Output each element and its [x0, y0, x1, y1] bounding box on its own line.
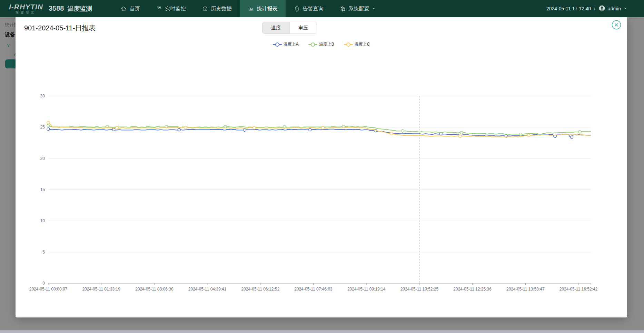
nav-item-label: 统计报表 [257, 6, 278, 12]
current-datetime: 2024-05-11 17:12:40 [546, 6, 591, 11]
nav-item-label: 系统配置 [349, 6, 369, 12]
x-axis-tick-label: 2024-05-11 06:12:52 [241, 287, 280, 292]
data-point-marker [401, 130, 404, 132]
tab-温度[interactable]: 温度 [262, 22, 290, 34]
x-axis-tick-label: 2024-05-11 04:39:41 [188, 287, 227, 292]
app-title: 温度监测 [68, 4, 92, 13]
app-logo: I-RHYTIN 瑞霆智汇 [9, 3, 43, 14]
nav-item-统计报表[interactable]: 统计报表 [240, 0, 286, 17]
data-point-marker [309, 129, 311, 131]
user-chevron-down-icon[interactable] [623, 6, 627, 11]
nav-item-label: 首页 [130, 6, 140, 12]
avatar-icon [598, 5, 605, 13]
nav-item-label: 历史数据 [211, 6, 232, 12]
x-axis-tick-label: 2024-05-11 12:25:36 [453, 287, 492, 292]
camera-icon [156, 6, 162, 12]
chevron-down-icon [372, 7, 376, 11]
data-point-marker [112, 128, 115, 131]
gear-icon [339, 6, 346, 12]
x-axis-tick-label: 2024-05-11 16:52:42 [559, 287, 598, 292]
home-icon [120, 6, 127, 12]
chart-icon [248, 6, 254, 12]
nav-item-label: 实时监控 [165, 6, 186, 12]
logo-text: I-RHYTIN [9, 3, 43, 10]
data-point-marker [184, 126, 187, 129]
station-brand: 3588 温度监测 [49, 4, 92, 13]
data-point-marker [116, 126, 118, 129]
station-id: 3588 [49, 4, 64, 12]
data-point-marker [321, 126, 324, 129]
horizontal-scrollbar[interactable] [0, 330, 644, 333]
x-axis-tick-label: 2024-05-11 07:46:03 [294, 287, 333, 292]
x-axis-tick-label: 2024-05-11 10:52:25 [400, 287, 439, 292]
report-modal: 901-2024-05-11-日报表 温度电压 温度上A温度上B温度上C 051… [16, 17, 627, 317]
bell-icon [294, 6, 300, 12]
nav-item-首页[interactable]: 首页 [112, 0, 148, 17]
tab-电压[interactable]: 电压 [290, 22, 317, 34]
y-axis-tick-label: 30 [40, 94, 45, 98]
top-navbar: I-RHYTIN 瑞霆智汇 3588 温度监测 首页实时监控历史数据统计报表告警… [0, 0, 644, 17]
x-axis-tick-label: 2024-05-11 13:58:47 [506, 287, 545, 292]
navbar-right: 2024-05-11 17:12:40 / admin [546, 5, 627, 13]
y-axis-tick-label: 15 [40, 187, 45, 192]
nav-item-系统配置[interactable]: 系统配置 [331, 0, 384, 17]
data-point-marker [460, 131, 463, 134]
clock-icon [202, 6, 208, 12]
nav-item-告警查询[interactable]: 告警查询 [286, 0, 331, 17]
x-axis-tick-label: 2024-05-11 03:06:30 [135, 287, 174, 292]
modal-title: 901-2024-05-11-日报表 [24, 23, 96, 33]
y-axis-tick-label: 25 [40, 125, 45, 130]
data-point-marker [253, 126, 256, 129]
data-point-marker [390, 132, 393, 135]
x-axis-tick-label: 2024-05-11 01:33:19 [82, 287, 120, 292]
x-axis-tick-label: 2024-05-11 00:00:07 [29, 287, 68, 292]
y-axis-tick-label: 5 [42, 250, 45, 255]
close-icon[interactable] [611, 20, 622, 30]
data-point-marker [243, 129, 246, 132]
data-point-marker [571, 136, 573, 139]
data-point-marker [47, 128, 50, 131]
username[interactable]: admin [608, 6, 621, 11]
data-point-marker [519, 133, 522, 136]
data-point-marker [178, 129, 180, 131]
logo-subtext: 瑞霆智汇 [16, 11, 37, 14]
data-point-marker [578, 131, 581, 133]
separator: / [594, 6, 595, 11]
data-point-marker [47, 124, 50, 127]
y-axis-tick-label: 0 [42, 281, 45, 286]
screen: I-RHYTIN 瑞霆智汇 3588 温度监测 首页实时监控历史数据统计报表告警… [0, 0, 644, 333]
data-point-marker [527, 134, 530, 137]
y-axis-tick-label: 10 [40, 218, 45, 223]
nav-item-label: 告警查询 [303, 6, 324, 12]
nav-menu: 首页实时监控历史数据统计报表告警查询系统配置 [112, 0, 384, 17]
nav-item-实时监控[interactable]: 实时监控 [148, 0, 194, 17]
data-point-marker [459, 135, 462, 138]
nav-item-历史数据[interactable]: 历史数据 [194, 0, 240, 17]
data-point-marker [47, 121, 50, 124]
temperature-line-chart[interactable]: 0510152025302024-05-11 00:00:072024-05-1… [16, 39, 627, 312]
report-type-tabs: 温度电压 [262, 22, 317, 34]
x-axis-tick-label: 2024-05-11 09:19:14 [347, 287, 386, 292]
y-axis-tick-label: 20 [40, 156, 45, 161]
